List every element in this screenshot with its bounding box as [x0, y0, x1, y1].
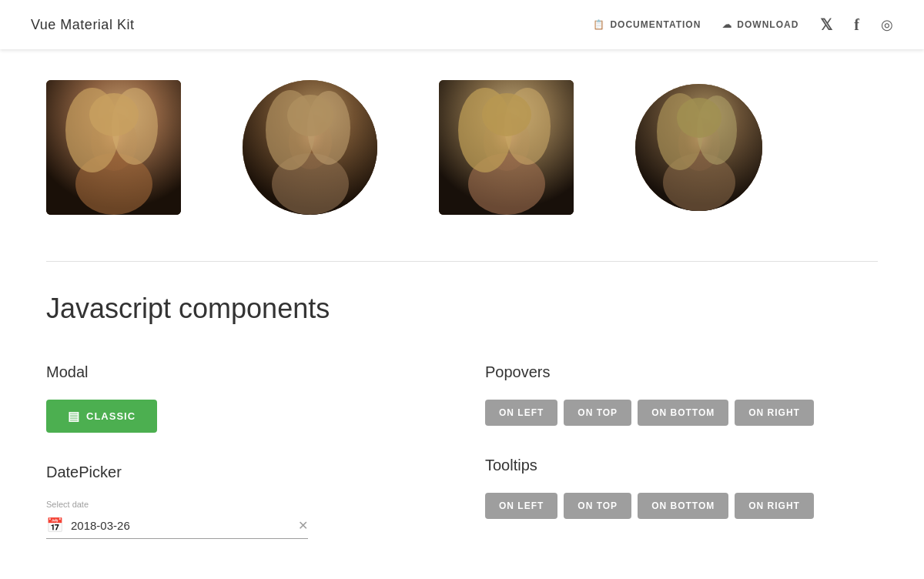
svg-point-5 [89, 93, 139, 136]
image-square-1 [46, 80, 181, 215]
popovers-section: Popovers ON LEFT ON TOP ON BOTTOM ON RIG… [485, 363, 878, 426]
popover-on-left-button[interactable]: ON LEFT [485, 400, 557, 426]
two-column-layout: Modal ▤ CLASSIC DatePicker Select date 📅… [46, 363, 878, 550]
tooltip-on-top-button[interactable]: ON TOP [564, 493, 631, 519]
image-circle-2 [635, 84, 762, 211]
download-label: DOWNLOAD [737, 19, 798, 30]
tooltip-on-left-button[interactable]: ON LEFT [485, 493, 557, 519]
popovers-heading: Popovers [485, 363, 878, 381]
datepicker-label: Select date [46, 500, 439, 509]
section-heading: Javascript components [46, 293, 878, 325]
calendar-icon: 📅 [46, 517, 63, 534]
classic-label: CLASSIC [86, 410, 136, 422]
section-divider [46, 261, 878, 262]
popover-on-right-button[interactable]: ON RIGHT [735, 400, 814, 426]
popover-on-top-button[interactable]: ON TOP [564, 400, 631, 426]
datepicker-value: 2018-03-26 [71, 519, 298, 532]
twitter-icon[interactable]: 𝕏 [820, 15, 832, 34]
svg-point-25 [677, 98, 721, 138]
tooltips-heading: Tooltips [485, 457, 878, 474]
navbar-right: 📋 DOCUMENTATION ☁ DOWNLOAD 𝕏 f ◎ [593, 15, 893, 34]
modal-section: Modal ▤ CLASSIC [46, 363, 439, 464]
left-column: Modal ▤ CLASSIC DatePicker Select date 📅… [46, 363, 439, 550]
facebook-icon[interactable]: f [854, 16, 859, 34]
image-bg-4 [635, 84, 762, 211]
classic-icon: ▤ [68, 409, 80, 423]
instagram-icon[interactable]: ◎ [881, 16, 893, 33]
datepicker-input-wrap[interactable]: 📅 2018-03-26 ✕ [46, 512, 308, 539]
modal-heading: Modal [46, 363, 439, 381]
datepicker-heading: DatePicker [46, 464, 439, 481]
documentation-label: DOCUMENTATION [610, 19, 701, 30]
svg-point-12 [287, 95, 333, 136]
svg-point-18 [482, 93, 531, 136]
tooltips-section: Tooltips ON LEFT ON TOP ON BOTTOM ON RIG… [485, 457, 878, 519]
tooltip-on-bottom-button[interactable]: ON BOTTOM [638, 493, 728, 519]
images-section [46, 80, 878, 215]
image-bg-2 [243, 80, 377, 215]
download-icon: ☁ [722, 19, 732, 30]
right-column: Popovers ON LEFT ON TOP ON BOTTOM ON RIG… [485, 363, 878, 550]
tooltips-button-group: ON LEFT ON TOP ON BOTTOM ON RIGHT [485, 493, 878, 519]
image-bg-3 [439, 80, 574, 215]
classic-button[interactable]: ▤ CLASSIC [46, 400, 157, 433]
documentation-link[interactable]: 📋 DOCUMENTATION [593, 19, 701, 30]
download-link[interactable]: ☁ DOWNLOAD [722, 19, 798, 30]
image-bg-1 [46, 80, 181, 215]
popover-on-bottom-button[interactable]: ON BOTTOM [638, 400, 728, 426]
navbar-brand: Vue Material Kit [31, 17, 134, 33]
tooltip-on-right-button[interactable]: ON RIGHT [735, 493, 814, 519]
image-square-2 [439, 80, 574, 215]
documentation-icon: 📋 [593, 19, 605, 30]
navbar: Vue Material Kit 📋 DOCUMENTATION ☁ DOWNL… [0, 0, 924, 49]
datepicker-section: DatePicker Select date 📅 2018-03-26 ✕ [46, 464, 439, 539]
popovers-button-group: ON LEFT ON TOP ON BOTTOM ON RIGHT [485, 400, 878, 426]
image-circle-1 [243, 80, 377, 215]
datepicker-clear-button[interactable]: ✕ [298, 518, 308, 533]
main-content: Javascript components Modal ▤ CLASSIC Da… [0, 49, 924, 579]
